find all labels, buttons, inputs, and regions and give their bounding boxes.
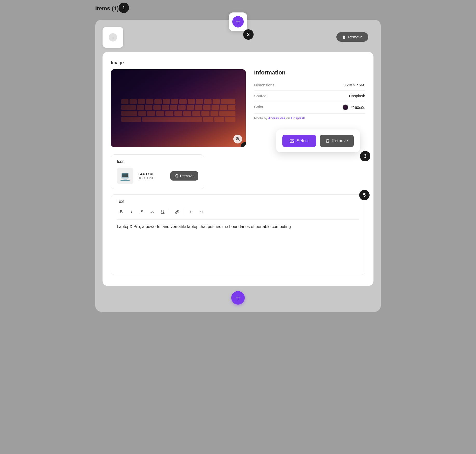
plus-icon: + <box>232 16 244 27</box>
svg-point-5 <box>291 140 291 141</box>
add-item-button-bottom[interactable]: + <box>231 291 245 305</box>
trash-icon-popup <box>325 139 330 143</box>
svg-line-1 <box>238 140 240 141</box>
icon-section: Icon 💻 LAPTOP DUOTONE Remove <box>111 154 204 189</box>
badge-1: 1 <box>119 3 129 13</box>
icon-section-title: Icon <box>117 159 198 164</box>
code-button[interactable]: <> <box>148 208 157 216</box>
badge-5: 5 <box>359 190 370 200</box>
editor-toolbar: B I S <> ↩ ↪ <box>117 208 359 220</box>
badge-3: 3 <box>360 151 370 161</box>
icon-preview: 💻 <box>117 168 133 184</box>
text-section: 5 Text B I S <> ↩ ↪ <box>111 194 365 275</box>
photo-credit: Photo by Andras Vas on Unsplash <box>254 116 365 120</box>
collapse-button[interactable]: ⌄ <box>103 27 123 48</box>
strikethrough-button[interactable]: S <box>138 208 146 216</box>
remove-image-button[interactable]: Remove <box>320 135 354 147</box>
trash-icon-small <box>175 174 179 178</box>
author-link[interactable]: Andras Vas <box>268 116 285 120</box>
image-section-label: Image <box>111 60 365 66</box>
text-section-title: Text <box>117 199 359 204</box>
action-popup: Select Remove <box>276 129 360 152</box>
redo-button[interactable]: ↪ <box>197 208 206 216</box>
source-label: Source <box>254 94 267 98</box>
add-item-button-top[interactable]: + <box>229 12 247 31</box>
remove-item-button-top[interactable]: 🗑 Remove <box>336 32 368 42</box>
color-dot <box>343 105 348 110</box>
info-title: Information <box>254 69 365 76</box>
color-value: #260c0c <box>343 105 365 110</box>
text-editor[interactable]: LaptopX Pro, a powerful and versatile la… <box>117 223 359 270</box>
image-preview: 4 <box>111 69 246 147</box>
bold-button[interactable]: B <box>117 208 126 216</box>
undo-button[interactable]: ↩ <box>187 208 196 216</box>
laptop-icon: 💻 <box>120 171 130 181</box>
badge-2: 2 <box>243 29 254 40</box>
source-value: Unsplash <box>349 94 365 98</box>
icon-subtitle: DUOTONE <box>138 176 166 180</box>
dimensions-value: 3648 × 4560 <box>343 83 365 87</box>
platform-link[interactable]: Unsplash <box>291 116 305 120</box>
chevron-down-icon: ⌄ <box>109 33 117 42</box>
remove-icon-button[interactable]: Remove <box>170 171 198 181</box>
underline-button[interactable] <box>158 208 167 216</box>
italic-button[interactable]: I <box>127 208 136 216</box>
trash-icon: 🗑 <box>342 35 346 39</box>
select-button[interactable]: Select <box>282 135 316 147</box>
link-button[interactable] <box>173 208 181 216</box>
zoom-button[interactable] <box>233 135 242 143</box>
items-title: Items (1) <box>95 5 119 12</box>
dimensions-label: Dimensions <box>254 83 274 87</box>
color-label: Color <box>254 105 263 110</box>
icon-name: LAPTOP <box>138 172 166 176</box>
image-icon <box>290 139 294 143</box>
